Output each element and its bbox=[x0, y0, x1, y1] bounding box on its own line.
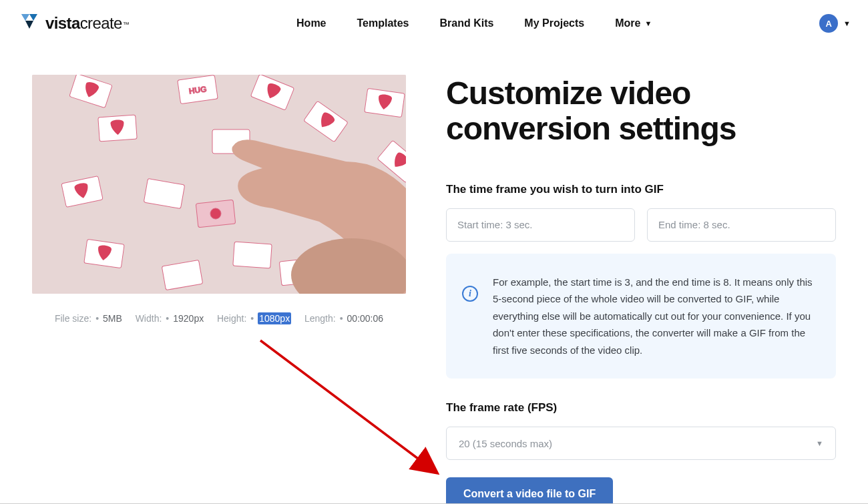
meta-dot: • bbox=[340, 313, 343, 324]
brand-logo[interactable]: vistacreate™ bbox=[20, 13, 129, 34]
meta-filesize-label: File size: bbox=[55, 313, 91, 324]
time-frame-label: The time frame you wish to turn into GIF bbox=[446, 183, 836, 196]
fps-select[interactable]: 20 (15 seconds max) ▼ bbox=[446, 427, 836, 460]
nav-home[interactable]: Home bbox=[296, 17, 326, 29]
fps-label: The frame rate (FPS) bbox=[446, 401, 836, 415]
info-text: For example, the start time is 3, and th… bbox=[493, 276, 813, 356]
nav-links: Home Templates Brand Kits My Projects Mo… bbox=[129, 17, 819, 29]
fps-value: 20 (15 seconds max) bbox=[459, 438, 552, 449]
left-column: HUG bbox=[32, 75, 406, 504]
svg-rect-18 bbox=[233, 242, 272, 268]
svg-marker-2 bbox=[25, 21, 33, 29]
logo-icon bbox=[20, 13, 39, 34]
nav-my-projects[interactable]: My Projects bbox=[524, 17, 584, 29]
info-icon: i bbox=[462, 286, 478, 302]
svg-marker-3 bbox=[21, 14, 29, 21]
svg-marker-1 bbox=[29, 14, 37, 21]
meta-length-label: Length: bbox=[304, 313, 336, 324]
meta-width-value: 1920px bbox=[173, 313, 204, 324]
meta-filesize-value: 5MB bbox=[103, 313, 122, 324]
meta-width-label: Width: bbox=[136, 313, 162, 324]
avatar: A bbox=[819, 14, 838, 33]
chevron-down-icon: ▼ bbox=[816, 439, 823, 447]
chevron-down-icon: ▼ bbox=[644, 19, 652, 27]
meta-height-label: Height: bbox=[217, 313, 246, 324]
meta-dot: • bbox=[166, 313, 169, 324]
right-column: Customize video conversion settings The … bbox=[446, 75, 836, 504]
page-title: Customize video conversion settings bbox=[446, 76, 836, 147]
convert-button[interactable]: Convert a video file to GIF bbox=[446, 477, 613, 504]
nav-account[interactable]: A ▼ bbox=[819, 14, 851, 33]
meta-dot: • bbox=[95, 313, 99, 324]
start-time-input[interactable] bbox=[446, 208, 635, 242]
info-box: i For example, the start time is 3, and … bbox=[446, 254, 836, 379]
meta-height-value: 1080px bbox=[258, 312, 291, 324]
brand-text: vistacreate™ bbox=[45, 14, 129, 33]
nav-more[interactable]: More ▼ bbox=[615, 17, 652, 29]
chevron-down-icon: ▼ bbox=[843, 19, 851, 27]
video-metadata: File size: • 5MB Width: • 1920px Height:… bbox=[32, 312, 406, 324]
nav-templates[interactable]: Templates bbox=[357, 17, 409, 29]
time-inputs-row bbox=[446, 208, 836, 242]
end-time-input[interactable] bbox=[647, 208, 836, 242]
main-content: HUG bbox=[0, 47, 868, 504]
video-preview[interactable]: HUG bbox=[32, 75, 406, 294]
meta-length-value: 00:00:06 bbox=[347, 313, 384, 324]
preview-illustration: HUG bbox=[32, 75, 406, 294]
meta-dot: • bbox=[250, 313, 254, 324]
top-nav: vistacreate™ Home Templates Brand Kits M… bbox=[0, 0, 868, 47]
nav-more-label: More bbox=[615, 17, 640, 29]
nav-brand-kits[interactable]: Brand Kits bbox=[439, 17, 493, 29]
